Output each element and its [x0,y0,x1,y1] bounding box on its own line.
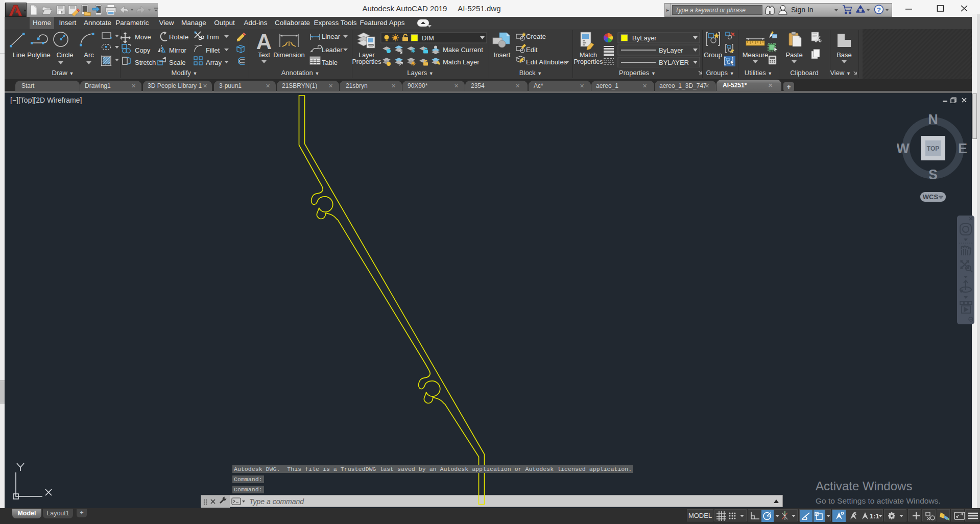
svg-text:Copy: Copy [135,46,151,54]
svg-text:DIM: DIM [422,34,434,42]
svg-text:Table: Table [322,59,338,66]
svg-text:Properties: Properties [352,58,381,65]
svg-text:Base: Base [836,51,852,59]
svg-text:Move: Move [135,33,151,41]
svg-text:Properties: Properties [574,58,603,65]
svg-text:BYLAYER: BYLAYER [659,59,689,66]
svg-text:Edit: Edit [526,46,538,54]
svg-text:Dimension: Dimension [273,51,304,59]
svg-text:Arc: Arc [84,51,94,59]
svg-text:Paste: Paste [785,51,802,59]
svg-text:Trim: Trim [206,33,219,41]
svg-text:Scale: Scale [169,59,186,66]
svg-text:ByLayer: ByLayer [632,34,657,42]
svg-text:Text: Text [258,51,270,59]
svg-text:Fillet: Fillet [206,46,220,54]
svg-text:Rotate: Rotate [169,33,188,41]
svg-text:Sign In: Sign In [791,6,814,14]
svg-text:Line: Line [13,51,26,59]
svg-text:Make Current: Make Current [443,46,483,54]
svg-text:Measure: Measure [743,51,769,59]
svg-text:A: A [256,31,272,54]
svg-text:Match: Match [580,52,597,59]
svg-text:Group: Group [704,51,722,59]
svg-text:Insert: Insert [494,51,511,59]
svg-text:Mirror: Mirror [169,46,187,54]
svg-text:Layer: Layer [358,52,374,59]
svg-text:1:1: 1:1 [870,512,879,520]
svg-text:Match Layer: Match Layer [443,58,480,66]
svg-text:Polyline: Polyline [27,51,51,59]
svg-text:?: ? [877,6,881,14]
svg-text:Create: Create [526,33,546,40]
svg-text:Linear: Linear [322,33,341,40]
svg-text:Edit Attributes: Edit Attributes [526,58,567,66]
svg-text:Stretch: Stretch [135,59,156,66]
svg-text:Array: Array [206,59,222,66]
svg-text:ByLayer: ByLayer [659,46,683,54]
svg-text:Circle: Circle [56,51,73,59]
svg-text:Leader: Leader [322,46,343,54]
